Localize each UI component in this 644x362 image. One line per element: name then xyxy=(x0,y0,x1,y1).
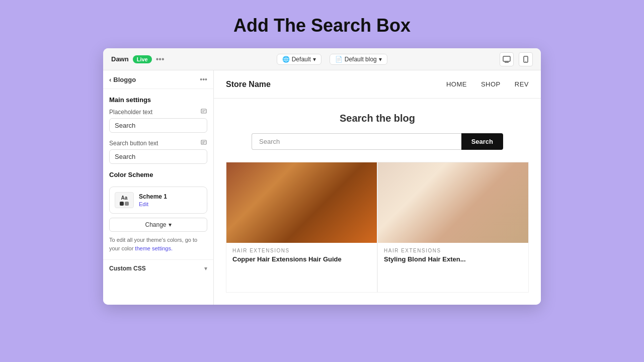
search-button-icon xyxy=(200,139,207,147)
editor-body: ‹ Bloggo ••• Main settings Placeholder t… xyxy=(103,70,541,305)
main-settings-title: Main settings xyxy=(109,96,207,104)
svg-rect-4 xyxy=(201,109,206,113)
blog-label: Default blog xyxy=(345,56,377,63)
topbar-center: 🌐 Default ▾ 📄 Default blog ▾ xyxy=(171,54,494,65)
topbar-more-dots[interactable]: ••• xyxy=(156,55,165,64)
store-topbar: Store Name HOME SHOP REV xyxy=(214,70,541,99)
scheme-preview: Aa xyxy=(115,192,134,208)
desktop-view-button[interactable] xyxy=(500,52,514,66)
preview-search-button[interactable]: Search xyxy=(461,133,503,150)
placeholder-field-group: Placeholder text Search xyxy=(109,108,207,133)
scheme-dots xyxy=(120,202,129,206)
sidebar-content: Main settings Placeholder text xyxy=(103,89,213,259)
placeholder-text-input[interactable]: Search xyxy=(109,118,207,133)
search-button-label-row: Search button text xyxy=(109,139,207,147)
search-blog-title: Search the blog xyxy=(226,113,529,124)
scheme-name: Scheme 1 xyxy=(139,193,167,200)
preview-search-input[interactable] xyxy=(252,133,461,150)
nav-home[interactable]: HOME xyxy=(446,80,467,88)
custom-css-chevron-icon: ▾ xyxy=(204,265,207,272)
blog-card-1: HAIR EXTENSIONS Copper Hair Extensions H… xyxy=(226,162,377,293)
editor-topbar: Dawn Live ••• 🌐 Default ▾ 📄 Default blog… xyxy=(103,48,541,70)
scheme-aa: Aa xyxy=(121,195,128,201)
color-scheme-section: Color Scheme Aa Scheme 1 Edit xyxy=(109,171,207,252)
color-scheme-card: Aa Scheme 1 Edit xyxy=(109,187,207,214)
svg-point-3 xyxy=(525,61,526,61)
search-bar-row: Search xyxy=(252,133,503,150)
sidebar-more-dots[interactable]: ••• xyxy=(200,75,207,83)
main-settings-section: Main settings Placeholder text xyxy=(109,96,207,164)
scheme-edit-link[interactable]: Edit xyxy=(139,201,167,207)
chevron-down-icon: ▾ xyxy=(313,56,316,63)
sidebar-header: ‹ Bloggo ••• xyxy=(103,70,213,89)
scheme-dot-2 xyxy=(125,202,129,206)
back-button[interactable]: ‹ Bloggo xyxy=(109,76,136,83)
chevron-down-icon-2: ▾ xyxy=(379,56,382,63)
store-nav: HOME SHOP REV xyxy=(446,80,529,88)
search-button-label: Search button text xyxy=(109,140,158,147)
custom-css-row[interactable]: Custom CSS ▾ xyxy=(103,259,213,277)
search-button-field-group: Search button text Search xyxy=(109,139,207,164)
blog-card-body-2: HAIR EXTENSIONS Styling Blond Hair Exten… xyxy=(378,243,528,268)
scheme-info: Scheme 1 Edit xyxy=(139,193,167,207)
topbar-left: Dawn Live ••• xyxy=(111,55,165,64)
blog-card-image-2 xyxy=(378,162,528,243)
sidebar: ‹ Bloggo ••• Main settings Placeholder t… xyxy=(103,70,214,305)
default-label: Default xyxy=(292,56,311,63)
globe-icon: 🌐 xyxy=(282,56,290,63)
default-selector[interactable]: 🌐 Default ▾ xyxy=(277,54,321,65)
placeholder-icon xyxy=(200,108,207,116)
editor-window: Dawn Live ••• 🌐 Default ▾ 📄 Default blog… xyxy=(103,48,541,305)
svg-rect-0 xyxy=(503,56,510,61)
mobile-view-button[interactable] xyxy=(519,52,533,66)
back-label: Bloggo xyxy=(113,76,136,83)
svg-rect-7 xyxy=(201,140,206,144)
blog-selector[interactable]: 📄 Default blog ▾ xyxy=(330,54,387,65)
nav-rev[interactable]: REV xyxy=(515,80,529,88)
theme-settings-link[interactable]: theme settings. xyxy=(135,245,173,251)
live-badge: Live xyxy=(133,55,152,63)
change-button[interactable]: Change ▾ xyxy=(109,218,207,232)
blog-card-body-1: HAIR EXTENSIONS Copper Hair Extensions H… xyxy=(226,243,377,268)
scheme-dot-1 xyxy=(120,202,124,206)
color-scheme-title: Color Scheme xyxy=(109,171,207,178)
store-content: Search the blog Search HAIR EXTENSIONS C… xyxy=(214,99,541,305)
preview-area: Store Name HOME SHOP REV Search the blog… xyxy=(214,70,541,305)
custom-css-label: Custom CSS xyxy=(109,265,146,272)
chevron-down-icon-change: ▾ xyxy=(169,221,172,228)
store-logo: Store Name xyxy=(226,80,271,89)
placeholder-label: Placeholder text xyxy=(109,109,152,116)
blog-card-image-1 xyxy=(226,162,377,243)
blog-card-title-2: Styling Blond Hair Exten... xyxy=(384,255,522,263)
blog-card-category-1: HAIR EXTENSIONS xyxy=(232,248,371,253)
blog-card-2: HAIR EXTENSIONS Styling Blond Hair Exten… xyxy=(377,162,529,293)
theme-name: Dawn xyxy=(111,55,129,63)
sidebar-note: To edit all your theme's colors, go to y… xyxy=(109,236,207,252)
page-icon: 📄 xyxy=(335,56,343,63)
search-button-text-input[interactable]: Search xyxy=(109,149,207,164)
back-arrow-icon: ‹ xyxy=(109,76,111,83)
blog-card-category-2: HAIR EXTENSIONS xyxy=(384,248,522,253)
blog-card-title-1: Copper Hair Extensions Hair Guide xyxy=(232,255,371,263)
preview-inner: Store Name HOME SHOP REV Search the blog… xyxy=(214,70,541,305)
page-title: Add The Search Box xyxy=(233,15,411,36)
nav-shop[interactable]: SHOP xyxy=(481,80,501,88)
change-label: Change xyxy=(145,221,166,228)
topbar-right xyxy=(500,52,533,66)
blog-grid: HAIR EXTENSIONS Copper Hair Extensions H… xyxy=(226,162,529,293)
placeholder-label-row: Placeholder text xyxy=(109,108,207,116)
